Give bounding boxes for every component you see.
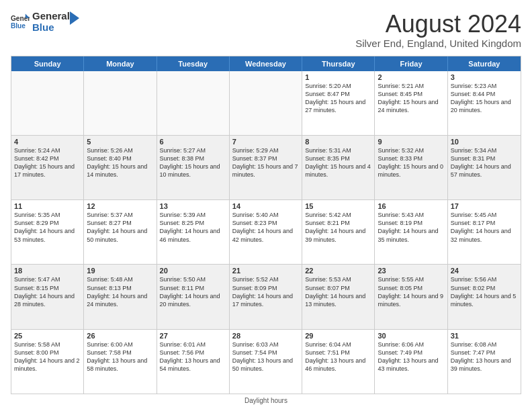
day-header-friday: Friday	[375, 56, 447, 71]
cell-details: Sunrise: 5:56 AMSunset: 8:02 PMDaylight:…	[451, 275, 518, 308]
day-number: 18	[14, 267, 81, 275]
cell-details: Sunrise: 5:31 AMSunset: 8:35 PMDaylight:…	[305, 146, 371, 179]
day-header-monday: Monday	[84, 56, 157, 71]
day-number: 16	[378, 202, 444, 210]
day-number: 30	[378, 332, 444, 340]
cell-details: Sunrise: 5:34 AMSunset: 8:31 PMDaylight:…	[451, 146, 518, 179]
calendar-cell	[11, 71, 84, 135]
day-header-sunday: Sunday	[11, 56, 84, 71]
calendar-cell: 13Sunrise: 5:39 AMSunset: 8:25 PMDayligh…	[157, 200, 230, 264]
footer-note: Daylight hours	[11, 397, 521, 404]
calendar-cell: 7Sunrise: 5:29 AMSunset: 8:37 PMDaylight…	[230, 136, 302, 199]
calendar-row-3: 11Sunrise: 5:35 AMSunset: 8:29 PMDayligh…	[11, 199, 521, 264]
calendar-cell: 10Sunrise: 5:34 AMSunset: 8:31 PMDayligh…	[448, 136, 521, 199]
cell-details: Sunrise: 5:53 AMSunset: 8:07 PMDaylight:…	[305, 275, 371, 308]
cell-details: Sunrise: 6:08 AMSunset: 7:47 PMDaylight:…	[451, 340, 518, 373]
day-number: 4	[14, 138, 81, 146]
calendar-cell	[230, 71, 302, 135]
calendar-cell: 27Sunrise: 6:01 AMSunset: 7:56 PMDayligh…	[157, 330, 230, 394]
calendar-cell: 23Sunrise: 5:55 AMSunset: 8:05 PMDayligh…	[375, 265, 447, 328]
day-number: 13	[160, 202, 226, 210]
calendar-cell: 3Sunrise: 5:23 AMSunset: 8:44 PMDaylight…	[448, 71, 521, 135]
calendar-cell: 30Sunrise: 6:06 AMSunset: 7:49 PMDayligh…	[375, 330, 447, 394]
cell-details: Sunrise: 5:24 AMSunset: 8:42 PMDaylight:…	[14, 146, 81, 179]
day-header-saturday: Saturday	[448, 56, 521, 71]
calendar-cell: 15Sunrise: 5:42 AMSunset: 8:21 PMDayligh…	[302, 200, 375, 264]
day-number: 5	[87, 138, 153, 146]
calendar-cell	[157, 71, 230, 135]
calendar-cell: 31Sunrise: 6:08 AMSunset: 7:47 PMDayligh…	[448, 330, 521, 394]
cell-details: Sunrise: 6:03 AMSunset: 7:54 PMDaylight:…	[232, 340, 299, 373]
day-number: 14	[232, 202, 299, 210]
cell-details: Sunrise: 5:58 AMSunset: 8:00 PMDaylight:…	[14, 340, 81, 373]
logo-general-text: General	[32, 11, 70, 22]
calendar-cell: 25Sunrise: 5:58 AMSunset: 8:00 PMDayligh…	[11, 330, 84, 394]
calendar-cell: 28Sunrise: 6:03 AMSunset: 7:54 PMDayligh…	[230, 330, 302, 394]
cell-details: Sunrise: 5:23 AMSunset: 8:44 PMDaylight:…	[451, 82, 518, 115]
cell-details: Sunrise: 5:48 AMSunset: 8:13 PMDaylight:…	[87, 275, 153, 308]
cell-details: Sunrise: 5:39 AMSunset: 8:25 PMDaylight:…	[160, 211, 226, 244]
calendar-cell: 5Sunrise: 5:26 AMSunset: 8:40 PMDaylight…	[84, 136, 157, 199]
svg-text:Blue: Blue	[11, 22, 26, 30]
page-header: General Blue General Blue August 2024 Si…	[11, 11, 521, 49]
logo: General Blue General Blue	[11, 11, 79, 33]
cell-details: Sunrise: 5:27 AMSunset: 8:38 PMDaylight:…	[160, 146, 226, 179]
title-block: August 2024 Silver End, England, United …	[355, 11, 521, 49]
day-header-thursday: Thursday	[302, 56, 375, 71]
calendar-cell: 11Sunrise: 5:35 AMSunset: 8:29 PMDayligh…	[11, 200, 84, 264]
calendar-cell: 24Sunrise: 5:56 AMSunset: 8:02 PMDayligh…	[448, 265, 521, 328]
day-number: 25	[14, 332, 81, 340]
day-number: 31	[451, 332, 518, 340]
day-number: 26	[87, 332, 153, 340]
day-number: 21	[232, 267, 299, 275]
cell-details: Sunrise: 5:40 AMSunset: 8:23 PMDaylight:…	[232, 211, 299, 244]
logo-blue-text: Blue	[32, 22, 70, 34]
day-number: 28	[232, 332, 299, 340]
location-subtitle: Silver End, England, United Kingdom	[355, 38, 521, 49]
calendar-cell: 4Sunrise: 5:24 AMSunset: 8:42 PMDaylight…	[11, 136, 84, 199]
calendar-cell: 6Sunrise: 5:27 AMSunset: 8:38 PMDaylight…	[157, 136, 230, 199]
cell-details: Sunrise: 6:00 AMSunset: 7:58 PMDaylight:…	[87, 340, 153, 373]
day-number: 7	[232, 138, 299, 146]
day-number: 22	[305, 267, 371, 275]
cell-details: Sunrise: 5:52 AMSunset: 8:09 PMDaylight:…	[232, 275, 299, 308]
cell-details: Sunrise: 5:42 AMSunset: 8:21 PMDaylight:…	[305, 211, 371, 244]
day-number: 17	[451, 202, 518, 210]
cell-details: Sunrise: 6:01 AMSunset: 7:56 PMDaylight:…	[160, 340, 226, 373]
cell-details: Sunrise: 5:35 AMSunset: 8:29 PMDaylight:…	[14, 211, 81, 244]
day-number: 6	[160, 138, 226, 146]
day-number: 8	[305, 138, 371, 146]
day-number: 27	[160, 332, 226, 340]
day-number: 19	[87, 267, 153, 275]
svg-marker-3	[70, 11, 79, 25]
calendar-cell: 16Sunrise: 5:43 AMSunset: 8:19 PMDayligh…	[375, 200, 447, 264]
day-number: 29	[305, 332, 371, 340]
cell-details: Sunrise: 5:43 AMSunset: 8:19 PMDaylight:…	[378, 211, 444, 244]
cell-details: Sunrise: 5:47 AMSunset: 8:15 PMDaylight:…	[14, 275, 81, 308]
logo-icon: General Blue	[11, 13, 30, 32]
calendar-cell: 26Sunrise: 6:00 AMSunset: 7:58 PMDayligh…	[84, 330, 157, 394]
cell-details: Sunrise: 5:50 AMSunset: 8:11 PMDaylight:…	[160, 275, 226, 308]
cell-details: Sunrise: 6:04 AMSunset: 7:51 PMDaylight:…	[305, 340, 371, 373]
calendar: SundayMondayTuesdayWednesdayThursdayFrid…	[11, 56, 521, 394]
day-number: 3	[451, 73, 518, 81]
day-number: 23	[378, 267, 444, 275]
cell-details: Sunrise: 5:21 AMSunset: 8:45 PMDaylight:…	[378, 82, 444, 115]
calendar-cell: 17Sunrise: 5:45 AMSunset: 8:17 PMDayligh…	[448, 200, 521, 264]
calendar-row-1: 1Sunrise: 5:20 AMSunset: 8:47 PMDaylight…	[11, 71, 521, 135]
calendar-cell: 9Sunrise: 5:32 AMSunset: 8:33 PMDaylight…	[375, 136, 447, 199]
day-number: 10	[451, 138, 518, 146]
cell-details: Sunrise: 5:37 AMSunset: 8:27 PMDaylight:…	[87, 211, 153, 244]
calendar-cell: 20Sunrise: 5:50 AMSunset: 8:11 PMDayligh…	[157, 265, 230, 328]
calendar-row-2: 4Sunrise: 5:24 AMSunset: 8:42 PMDaylight…	[11, 135, 521, 199]
day-number: 1	[305, 73, 371, 81]
cell-details: Sunrise: 5:29 AMSunset: 8:37 PMDaylight:…	[232, 146, 299, 179]
calendar-cell: 21Sunrise: 5:52 AMSunset: 8:09 PMDayligh…	[230, 265, 302, 328]
cell-details: Sunrise: 5:26 AMSunset: 8:40 PMDaylight:…	[87, 146, 153, 179]
calendar-row-5: 25Sunrise: 5:58 AMSunset: 8:00 PMDayligh…	[11, 329, 521, 394]
calendar-cell: 29Sunrise: 6:04 AMSunset: 7:51 PMDayligh…	[302, 330, 375, 394]
calendar-cell: 22Sunrise: 5:53 AMSunset: 8:07 PMDayligh…	[302, 265, 375, 328]
cell-details: Sunrise: 5:32 AMSunset: 8:33 PMDaylight:…	[378, 146, 444, 179]
cell-details: Sunrise: 6:06 AMSunset: 7:49 PMDaylight:…	[378, 340, 444, 373]
day-number: 11	[14, 202, 81, 210]
